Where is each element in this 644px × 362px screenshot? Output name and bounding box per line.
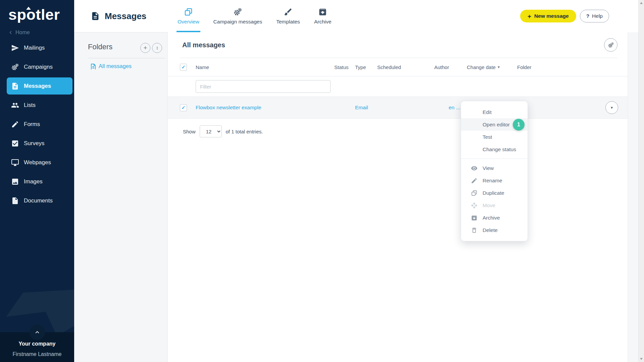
folder-item-label: All messages — [99, 63, 132, 69]
menu-item-open-editor[interactable]: Open editor 1 — [461, 118, 528, 131]
column-header-status[interactable]: Status — [334, 64, 355, 70]
column-header-folder[interactable]: Folder — [517, 64, 586, 70]
tab-label: Overview — [178, 19, 199, 25]
sidebar-item-documents[interactable]: Documents — [7, 192, 72, 209]
menu-item-change-status[interactable]: Change status — [461, 143, 528, 156]
column-header-scheduled[interactable]: Scheduled — [377, 64, 434, 70]
column-header-change-date[interactable]: Change date ▾ — [467, 64, 517, 70]
trash-icon — [471, 227, 478, 234]
menu-item-label: Change status — [483, 146, 516, 153]
archive-icon — [318, 7, 327, 16]
check-square-icon — [11, 139, 19, 147]
tab-campaign-messages[interactable]: Campaign messages — [211, 0, 265, 32]
menu-item-test[interactable]: Test — [461, 131, 528, 143]
card-header: All messages — [168, 32, 628, 58]
chevron-up-icon — [35, 329, 40, 335]
row-actions-button[interactable]: ▾ — [605, 101, 618, 114]
folder-item-all-messages[interactable]: All messages — [89, 63, 132, 69]
question-icon: ? — [586, 13, 589, 19]
gears-icon — [608, 42, 614, 48]
gears-icon — [11, 63, 19, 71]
menu-item-archive[interactable]: Archive — [461, 212, 528, 224]
topbar-actions: + New message ? Help — [520, 10, 609, 22]
document-icon — [91, 11, 100, 21]
sidebar-item-label: Webpages — [24, 159, 51, 166]
company-name[interactable]: Your company — [0, 341, 74, 347]
menu-item-label: Edit — [483, 109, 492, 115]
brush-icon — [284, 7, 293, 16]
pencil-icon — [471, 177, 478, 184]
new-message-button[interactable]: + New message — [520, 10, 576, 22]
menu-item-label: Delete — [483, 227, 498, 233]
monitor-icon — [11, 159, 19, 167]
row-checkbox[interactable]: ✓ — [180, 104, 187, 111]
type-cell: Email — [355, 105, 377, 111]
menu-item-label: Open editor — [483, 122, 510, 128]
messages-card: All messages ✓ Name Status Type Schedule… — [168, 32, 628, 362]
table-filter-row — [168, 76, 628, 97]
sidebar-item-messages[interactable]: Messages — [7, 77, 72, 95]
sidebar-item-lists[interactable]: Lists — [7, 97, 72, 114]
home-link[interactable]: Home — [8, 29, 30, 36]
tab-bar: Overview Campaign messages Templates Arc… — [175, 0, 334, 32]
tab-archive[interactable]: Archive — [311, 0, 334, 32]
sidebar-item-label: Messages — [24, 83, 51, 89]
column-header-name[interactable]: Name — [196, 64, 334, 70]
menu-item-move: Move — [461, 199, 528, 212]
page-size-select[interactable]: 12 — [200, 125, 222, 137]
sidebar-item-label: Forms — [24, 121, 40, 128]
spotler-logo[interactable]: spotler — [8, 6, 60, 23]
check-icon: ✓ — [182, 105, 186, 110]
table-row: ✓ Flowbox newsletter example Email en ..… — [168, 97, 628, 119]
sort-folders-button[interactable] — [152, 43, 162, 53]
scrollbar-down-arrow[interactable] — [640, 358, 643, 360]
folders-title: Folders — [88, 43, 112, 51]
table-settings-button[interactable] — [604, 38, 617, 52]
scrollbar-up-arrow[interactable] — [640, 2, 643, 4]
menu-item-label: Move — [483, 202, 495, 208]
step-badge: 1 — [513, 119, 525, 130]
help-button[interactable]: ? Help — [580, 10, 609, 22]
add-folder-button[interactable]: + — [140, 43, 150, 53]
sidebar-item-surveys[interactable]: Surveys — [7, 135, 72, 152]
select-all-checkbox[interactable]: ✓ — [180, 64, 187, 71]
app-root: spotler Home Mailings Campaigns Messages… — [0, 0, 644, 362]
sort-caret-down-icon: ▾ — [498, 65, 500, 69]
sidebar-item-mailings[interactable]: Mailings — [7, 39, 72, 56]
move-icon — [471, 202, 478, 209]
tab-label: Templates — [276, 19, 300, 25]
tab-templates[interactable]: Templates — [274, 0, 303, 32]
column-header-label: Change date — [467, 64, 496, 70]
sidebar-item-campaigns[interactable]: Campaigns — [7, 58, 72, 75]
tab-overview[interactable]: Overview — [175, 0, 202, 32]
sidebar-item-images[interactable]: Images — [7, 173, 72, 190]
menu-item-label: Archive — [483, 215, 500, 221]
menu-item-duplicate[interactable]: Duplicate — [461, 187, 528, 199]
column-header-type[interactable]: Type — [355, 64, 377, 70]
tab-label: Archive — [314, 19, 332, 25]
row-context-menu: Edit Open editor 1 Test Change status Vi… — [461, 101, 528, 241]
vertical-scrollbar[interactable] — [638, 0, 644, 362]
sidebar-item-webpages[interactable]: Webpages — [7, 154, 72, 171]
topbar: Messages Overview Campaign messages Temp… — [74, 0, 639, 32]
page-title-label: Messages — [105, 11, 146, 21]
check-icon: ✓ — [182, 64, 186, 70]
menu-item-edit[interactable]: Edit — [461, 106, 528, 118]
scroll-to-top-button[interactable] — [30, 324, 45, 340]
sidebar-nav: Mailings Campaigns Messages Lists Forms … — [0, 39, 74, 211]
menu-item-delete[interactable]: Delete — [461, 224, 528, 236]
name-filter-input[interactable] — [196, 80, 331, 93]
sidebar-item-label: Images — [24, 178, 43, 185]
menu-item-rename[interactable]: Rename — [461, 174, 528, 187]
sidebar-item-label: Mailings — [24, 45, 45, 51]
folders-divider — [88, 58, 165, 58]
main-area: Messages Overview Campaign messages Temp… — [74, 0, 639, 362]
folders-panel: Folders + All messages — [74, 32, 168, 362]
user-name[interactable]: Firstname Lastname — [0, 351, 74, 357]
sidebar-item-forms[interactable]: Forms — [7, 116, 72, 133]
message-name-link[interactable]: Flowbox newsletter example — [196, 105, 261, 110]
sidebar-item-label: Surveys — [24, 140, 44, 147]
users-icon — [11, 101, 19, 109]
menu-item-view[interactable]: View — [461, 162, 528, 174]
column-header-author[interactable]: Author — [434, 64, 467, 70]
